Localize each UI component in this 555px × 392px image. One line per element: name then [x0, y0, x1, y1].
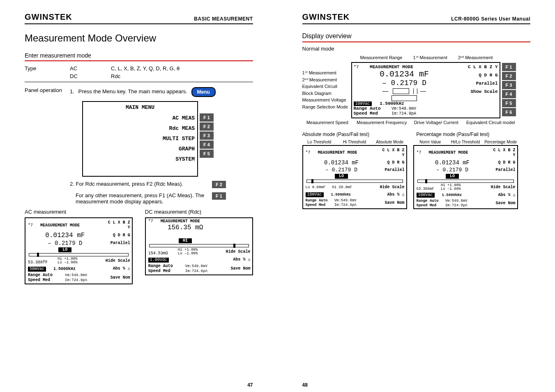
- ac-vac: 50mVac: [28, 267, 46, 272]
- menu-item-rdc-meas: Rdc MEAS: [83, 123, 195, 134]
- pct-reading-2: – 0.2179 D: [415, 167, 490, 173]
- dc-range: Range Auto: [148, 264, 173, 268]
- step-1-number: 1.: [70, 88, 74, 95]
- step-2a-text: For Rdc measurement, press F2 (Rdc Meas)…: [76, 181, 183, 187]
- ac-side-clxbzy: C L X B Z Y: [104, 219, 130, 232]
- ov-label-2nd: 2ⁿᵈ Measurement: [302, 76, 350, 83]
- ac-vm: Vm:549.8mV: [65, 273, 87, 277]
- ov-label-meas-speed: Measurement Speed: [302, 120, 353, 125]
- ov-f6[interactable]: F 6: [502, 108, 516, 116]
- ov-vac: 10mVac: [354, 101, 372, 106]
- pct-mode-label: Percentage mode (Pass/Fail test): [416, 131, 530, 137]
- pct-lcd: *7 MEASUREMENT MODE C L X B Z Y 0.01234 …: [413, 145, 518, 209]
- f2-key-inline[interactable]: F 2: [212, 181, 226, 188]
- menu-key-button[interactable]: Menu: [191, 87, 216, 97]
- ac-im: Im:724.9pA: [65, 278, 87, 282]
- abs-side-clxbzy: C L X B Z Y: [379, 147, 405, 159]
- ov-reading-2: – 0.2179 D: [354, 79, 455, 87]
- pct-header-mode: MEASUREMENT MODE: [429, 150, 468, 155]
- red-divider: [25, 60, 253, 61]
- f3-key[interactable]: F 3: [200, 131, 214, 140]
- abs-side-save-nom: Save Nom: [379, 199, 405, 207]
- normal-mode-label: Normal mode: [302, 46, 531, 52]
- brand-logo: GWINSTEK: [25, 12, 72, 22]
- abs-field-hi: Hi Threshold: [337, 140, 372, 144]
- dc-side-hide-scale: Hide Scale: [224, 248, 251, 256]
- normal-mode-diagram: Measurement Range 1ˢᵗ Measurement 2ⁿᵈ Me…: [302, 55, 516, 125]
- f5-key[interactable]: F 5: [200, 150, 214, 158]
- abs-mode-label: Absolute mode (Pass/Fail test): [302, 131, 417, 137]
- f1-key-inline[interactable]: F 1: [212, 192, 226, 200]
- section-title: Measurement Mode Overview: [25, 32, 253, 44]
- pct-im: Im:724.9pA: [445, 203, 467, 208]
- dc-header-star: *7: [148, 219, 153, 224]
- dc-reading-1: 156.35 mΩ: [147, 224, 224, 232]
- ac-header-mode: MEASUREMENT MODE: [40, 223, 80, 228]
- header-title-right: LCR-8000G Series User Manual: [451, 16, 530, 22]
- abs-header-star: *7: [306, 150, 311, 155]
- ac-reading-1: 0.01234 mF: [26, 232, 104, 240]
- ac-side-parallel: Parallel: [104, 240, 130, 247]
- ov-header-mode: MEASUREMENT MODE: [370, 65, 413, 69]
- ac-measurement-label: AC measurement: [25, 209, 133, 215]
- pct-norm-value: 53.388mF: [417, 187, 434, 191]
- step-2b-text: For any other measurement, press F1 (AC …: [76, 192, 204, 205]
- ac-reading-2: – 0.2179 D: [26, 240, 104, 247]
- f2-key[interactable]: F 2: [200, 122, 214, 131]
- page-left: GWINSTEK BASIC MEASUREMENT Measurement M…: [0, 0, 278, 392]
- pct-scale-bar: [417, 180, 514, 183]
- ov-label-drive-vi: Drive Voltage/ Current: [411, 120, 462, 125]
- abs-side-hide-scale: Hide Scale: [379, 184, 405, 191]
- pct-lo-thresh: Lo –1.00%: [441, 187, 461, 191]
- abs-freq: 1.5000kHz: [331, 193, 351, 197]
- ac-lo-badge: LO: [58, 247, 71, 252]
- ov-label-eq-circuit: Equivalent Circuit Block Diagram: [302, 83, 350, 97]
- ov-speed: Speed Med: [354, 111, 378, 116]
- pct-range: Range Auto: [417, 199, 439, 203]
- dc-lcd: *7 MEASUREMENT MODE 156.35 mΩ HI: [145, 217, 253, 275]
- red-divider-right: [302, 42, 531, 42]
- f4-key[interactable]: F 4: [200, 141, 214, 149]
- header-title-left: BASIC MEASUREMENT: [194, 16, 253, 22]
- ac-lcd: *7 MEASUREMENT MODE C L X B Z Y 0.01234 …: [25, 217, 133, 284]
- pct-vac: 10mVac: [417, 193, 435, 198]
- type-label: Type: [25, 65, 70, 71]
- type-ac-params: C, L, X, B, Z, Y, Q, D, R, G, θ: [111, 65, 253, 71]
- divider: [25, 82, 253, 82]
- pct-field-mode: Percentage Mode: [484, 140, 518, 144]
- dc-vm: Vm:549.8mV: [185, 264, 207, 268]
- menu-item-graph: GRAPH: [83, 144, 195, 154]
- menu-item-ac-meas: AC MEAS: [83, 113, 195, 123]
- ov-f1[interactable]: F 1: [502, 63, 516, 71]
- dc-measurement-label: DC measurement (Rdc): [145, 209, 253, 215]
- pct-side-abs: Abs % △: [490, 191, 516, 199]
- ac-side-qdrg: Q D R G: [104, 232, 130, 240]
- dc-vdc: 1.00Vdc: [148, 258, 169, 263]
- ac-side-abs: Abs % △: [104, 265, 130, 273]
- abs-scale-bar: [306, 180, 403, 183]
- ov-side-clxbzy: C L X B Z Y: [457, 65, 498, 69]
- abs-lo-scale: Lo 0.00mF: [306, 185, 326, 189]
- display-overview-heading: Display overview: [302, 32, 531, 40]
- f1-key[interactable]: F 1: [200, 113, 214, 122]
- pct-vm: Vm:549.8mV: [445, 199, 467, 203]
- ov-f3[interactable]: F 3: [502, 81, 516, 89]
- dc-norm-value: 154.53mΩ: [148, 251, 168, 256]
- ov-f5[interactable]: F 5: [502, 99, 516, 107]
- abs-mode-block: Lo Threshold Hi Threshold Absolute Mode …: [302, 140, 407, 209]
- brand-logo-right: GWINSTEK: [302, 12, 350, 22]
- abs-speed: Speed Med: [306, 203, 326, 207]
- pct-side-qdrg: Q D R G: [490, 159, 516, 166]
- ov-label-eq-model: Equivalent Circuit model: [465, 120, 516, 125]
- ov-f4[interactable]: F 4: [502, 90, 516, 98]
- page-right: GWINSTEK LCR-8000G Series User Manual Di…: [278, 0, 555, 392]
- page-header-right: GWINSTEK LCR-8000G Series User Manual: [302, 12, 531, 24]
- pct-side-save-nom: Save Nom: [490, 200, 516, 207]
- dc-side-save-nom: Save Nom: [224, 265, 251, 273]
- dc-measurement-block: DC measurement (Rdc) *7 MEASUREMENT MODE…: [145, 209, 253, 284]
- ov-f2[interactable]: F 2: [502, 72, 516, 80]
- main-menu-screenshot: MAIN MENU AC MEAS Rdc MEAS MULTI STEP GR…: [82, 101, 214, 177]
- page-header-left: GWINSTEK BASIC MEASUREMENT: [25, 12, 253, 24]
- ac-norm-value: 53.388fF: [28, 260, 48, 265]
- pct-mode-block: Norm Value Hi/Lo Threshold Percentage Mo…: [413, 140, 518, 209]
